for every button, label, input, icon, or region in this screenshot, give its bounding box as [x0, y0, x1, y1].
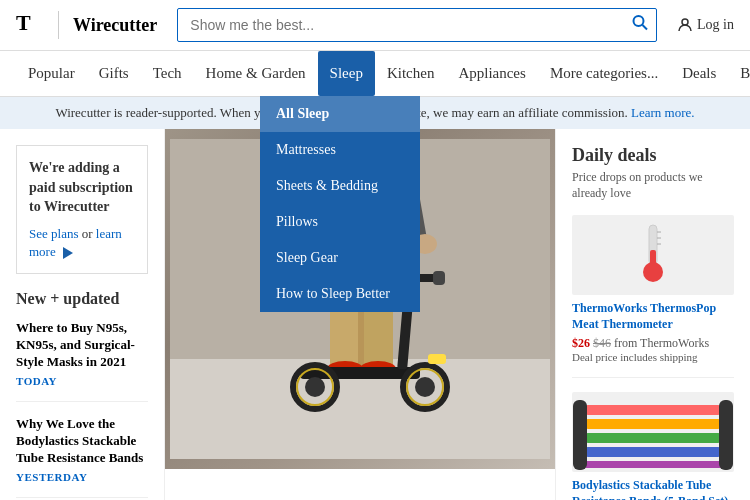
deal-image-thermometer: [572, 215, 734, 295]
deal-item: ThermoWorks ThermosPop Meat Thermometer …: [572, 215, 734, 378]
thermometer-icon: [633, 220, 673, 290]
svg-rect-42: [719, 400, 733, 470]
dropdown-item-mattresses[interactable]: Mattresses: [260, 132, 420, 168]
dropdown-item-sheets-bedding[interactable]: Sheets & Bedding: [260, 168, 420, 204]
nav-item-more-categories[interactable]: More categories...: [538, 51, 670, 96]
search-bar: [177, 8, 657, 42]
svg-point-24: [415, 377, 435, 397]
login-button[interactable]: Log in: [677, 17, 734, 33]
wirecutter-logo: Wirecutter: [73, 15, 157, 36]
nyt-logo: T: [16, 8, 44, 42]
nav-item-gifts[interactable]: Gifts: [87, 51, 141, 96]
svg-point-1: [634, 16, 644, 26]
svg-rect-22: [433, 271, 445, 285]
right-sidebar: Daily deals Price drops on products we a…: [555, 129, 750, 500]
see-plans-link[interactable]: See plans: [29, 226, 78, 241]
subscription-title: We're adding a paid subscription to Wire…: [29, 158, 135, 217]
new-updated-section: New + updated Where to Buy N95s, KN95s, …: [16, 290, 148, 500]
left-sidebar: We're adding a paid subscription to Wire…: [0, 129, 165, 500]
nav-item-home-garden[interactable]: Home & Garden: [194, 51, 318, 96]
svg-point-26: [305, 377, 325, 397]
deal-price-thermometer: $26 $46 from ThermoWorks: [572, 336, 734, 351]
dropdown-item-pillows[interactable]: Pillows: [260, 204, 420, 240]
price-from: from ThermoWorks: [614, 336, 709, 350]
svg-line-2: [643, 25, 648, 30]
article-title: Where to Buy N95s, KN95s, and Surgical-S…: [16, 320, 148, 371]
logo-divider: [58, 11, 59, 39]
deal-item-bands: Bodylastics Stackable Tube Resistance Ba…: [572, 392, 734, 500]
nav-item-deals[interactable]: Deals: [670, 51, 728, 96]
svg-rect-40: [583, 461, 723, 468]
price-current: $26: [572, 336, 590, 350]
svg-rect-36: [583, 405, 723, 415]
search-input[interactable]: [177, 8, 657, 42]
login-label: Log in: [697, 17, 734, 33]
deal-shipping-note: Deal price includes shipping: [572, 351, 734, 363]
svg-point-3: [682, 19, 688, 25]
search-button[interactable]: [631, 14, 649, 37]
price-original: $46: [593, 336, 611, 350]
svg-rect-41: [573, 400, 587, 470]
deal-name-bands[interactable]: Bodylastics Stackable Tube Resistance Ba…: [572, 478, 734, 500]
sleep-dropdown: All Sleep Mattresses Sheets & Bedding Pi…: [260, 96, 420, 312]
nav-item-tech[interactable]: Tech: [141, 51, 194, 96]
nav-item-blog[interactable]: Blog: [728, 51, 750, 96]
nav-item-kitchen[interactable]: Kitchen: [375, 51, 446, 96]
affiliate-learn-more[interactable]: Learn more.: [631, 105, 695, 120]
svg-rect-39: [583, 447, 723, 457]
nav-item-popular[interactable]: Popular: [16, 51, 87, 96]
article-date: TODAY: [16, 375, 148, 387]
nav-item-appliances[interactable]: Appliances: [446, 51, 537, 96]
main-nav: Popular Gifts Tech Home & Garden Sleep K…: [0, 51, 750, 97]
svg-rect-37: [583, 419, 723, 429]
resistance-bands-icon: [573, 395, 733, 470]
deal-image-bands: [572, 392, 734, 472]
subscription-promo: We're adding a paid subscription to Wire…: [16, 145, 148, 274]
nav-item-sleep[interactable]: Sleep: [318, 51, 375, 96]
article-item: Why We Love the Bodylastics Stackable Tu…: [16, 416, 148, 498]
daily-deals-title: Daily deals: [572, 145, 734, 166]
svg-rect-38: [583, 433, 723, 443]
deal-name-thermometer[interactable]: ThermoWorks ThermosPop Meat Thermometer: [572, 301, 734, 332]
article-title: Why We Love the Bodylastics Stackable Tu…: [16, 416, 148, 467]
daily-deals-subtitle: Price drops on products we already love: [572, 170, 734, 201]
article-item: Where to Buy N95s, KN95s, and Surgical-S…: [16, 320, 148, 402]
section-title: New + updated: [16, 290, 148, 308]
article-date: YESTERDAY: [16, 471, 148, 483]
or-text: or: [82, 226, 96, 241]
svg-point-32: [643, 262, 663, 282]
site-header: T Wirecutter Log in: [0, 0, 750, 51]
dropdown-item-how-to-sleep[interactable]: How to Sleep Better: [260, 276, 420, 312]
logo-area: T Wirecutter: [16, 8, 157, 42]
svg-rect-29: [428, 354, 446, 364]
svg-text:T: T: [16, 10, 31, 35]
arrow-icon: [63, 247, 73, 259]
dropdown-item-all-sleep[interactable]: All Sleep: [260, 96, 420, 132]
dropdown-item-sleep-gear[interactable]: Sleep Gear: [260, 240, 420, 276]
